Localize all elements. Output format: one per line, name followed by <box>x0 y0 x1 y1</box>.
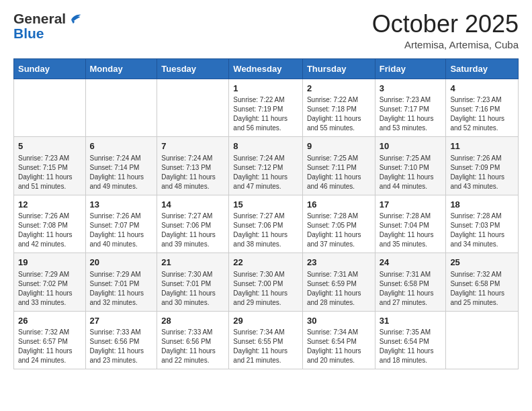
day-number: 15 <box>233 199 298 211</box>
day-info: Sunrise: 7:34 AM Sunset: 6:54 PM Dayligh… <box>307 328 371 365</box>
day-info: Sunrise: 7:34 AM Sunset: 6:55 PM Dayligh… <box>233 328 298 365</box>
calendar-cell-1-4: 1Sunrise: 7:22 AM Sunset: 7:19 PM Daylig… <box>229 79 303 137</box>
day-info: Sunrise: 7:26 AM Sunset: 7:08 PM Dayligh… <box>18 212 81 249</box>
day-info: Sunrise: 7:27 AM Sunset: 7:06 PM Dayligh… <box>233 212 298 249</box>
logo: General Blue <box>13 11 82 42</box>
day-info: Sunrise: 7:33 AM Sunset: 6:56 PM Dayligh… <box>90 328 153 365</box>
day-info: Sunrise: 7:30 AM Sunset: 7:01 PM Dayligh… <box>161 270 224 308</box>
calendar-week-3: 12Sunrise: 7:26 AM Sunset: 7:08 PM Dayli… <box>14 195 519 253</box>
location: Artemisa, Artemisa, Cuba <box>372 39 519 50</box>
day-info: Sunrise: 7:31 AM Sunset: 6:58 PM Dayligh… <box>380 270 442 308</box>
calendar-cell-3-2: 13Sunrise: 7:26 AM Sunset: 7:07 PM Dayli… <box>85 195 157 253</box>
calendar-week-4: 19Sunrise: 7:29 AM Sunset: 7:02 PM Dayli… <box>14 253 519 312</box>
weekday-header-tuesday: Tuesday <box>157 58 229 79</box>
calendar-cell-3-3: 14Sunrise: 7:27 AM Sunset: 7:06 PM Dayli… <box>157 195 229 253</box>
day-info: Sunrise: 7:27 AM Sunset: 7:06 PM Dayligh… <box>161 212 224 249</box>
calendar-cell-1-7: 4Sunrise: 7:23 AM Sunset: 7:16 PM Daylig… <box>446 79 519 137</box>
calendar-cell-1-5: 2Sunrise: 7:22 AM Sunset: 7:18 PM Daylig… <box>302 79 375 137</box>
day-number: 30 <box>307 315 371 327</box>
calendar-week-2: 5Sunrise: 7:23 AM Sunset: 7:15 PM Daylig… <box>14 137 519 195</box>
day-number: 6 <box>90 140 153 152</box>
calendar-cell-3-4: 15Sunrise: 7:27 AM Sunset: 7:06 PM Dayli… <box>229 195 303 253</box>
calendar-cell-5-7 <box>446 311 519 369</box>
day-number: 21 <box>161 257 224 269</box>
weekday-header-wednesday: Wednesday <box>229 58 303 79</box>
day-number: 27 <box>90 315 153 327</box>
calendar-header-row: SundayMondayTuesdayWednesdayThursdayFrid… <box>14 58 519 79</box>
day-number: 10 <box>380 140 442 152</box>
calendar-cell-5-6: 31Sunrise: 7:35 AM Sunset: 6:54 PM Dayli… <box>375 311 446 369</box>
day-info: Sunrise: 7:26 AM Sunset: 7:09 PM Dayligh… <box>450 154 514 191</box>
calendar-cell-1-2 <box>85 79 157 137</box>
calendar-cell-5-5: 30Sunrise: 7:34 AM Sunset: 6:54 PM Dayli… <box>302 311 375 369</box>
calendar-week-1: 1Sunrise: 7:22 AM Sunset: 7:19 PM Daylig… <box>14 79 519 137</box>
day-info: Sunrise: 7:24 AM Sunset: 7:13 PM Dayligh… <box>161 154 224 191</box>
day-number: 12 <box>18 199 81 211</box>
day-number: 11 <box>450 140 514 152</box>
calendar-cell-4-3: 21Sunrise: 7:30 AM Sunset: 7:01 PM Dayli… <box>157 253 229 312</box>
calendar-cell-2-4: 8Sunrise: 7:24 AM Sunset: 7:12 PM Daylig… <box>229 137 303 195</box>
calendar-cell-1-6: 3Sunrise: 7:23 AM Sunset: 7:17 PM Daylig… <box>375 79 446 137</box>
calendar-cell-2-6: 10Sunrise: 7:25 AM Sunset: 7:10 PM Dayli… <box>375 137 446 195</box>
day-info: Sunrise: 7:25 AM Sunset: 7:10 PM Dayligh… <box>380 154 442 191</box>
calendar-cell-3-5: 16Sunrise: 7:28 AM Sunset: 7:05 PM Dayli… <box>302 195 375 253</box>
day-info: Sunrise: 7:24 AM Sunset: 7:14 PM Dayligh… <box>90 154 153 191</box>
day-number: 31 <box>380 315 442 327</box>
day-number: 14 <box>161 199 224 211</box>
day-number: 22 <box>233 257 298 269</box>
day-number: 24 <box>380 257 442 269</box>
calendar-cell-5-4: 29Sunrise: 7:34 AM Sunset: 6:55 PM Dayli… <box>229 311 303 369</box>
page: General Blue October 2025 Artemisa, Arte… <box>0 0 532 411</box>
day-number: 25 <box>450 257 514 269</box>
calendar-cell-4-1: 19Sunrise: 7:29 AM Sunset: 7:02 PM Dayli… <box>14 253 86 312</box>
calendar-week-5: 26Sunrise: 7:32 AM Sunset: 6:57 PM Dayli… <box>14 311 519 369</box>
logo-general-text: General <box>13 11 66 27</box>
calendar-cell-1-1 <box>14 79 86 137</box>
calendar-cell-2-1: 5Sunrise: 7:23 AM Sunset: 7:15 PM Daylig… <box>14 137 86 195</box>
day-number: 16 <box>307 199 371 211</box>
calendar-cell-3-1: 12Sunrise: 7:26 AM Sunset: 7:08 PM Dayli… <box>14 195 86 253</box>
logo-bird-icon <box>67 11 82 26</box>
calendar-cell-3-6: 17Sunrise: 7:28 AM Sunset: 7:04 PM Dayli… <box>375 195 446 253</box>
calendar-cell-5-1: 26Sunrise: 7:32 AM Sunset: 6:57 PM Dayli… <box>14 311 86 369</box>
weekday-header-friday: Friday <box>375 58 446 79</box>
calendar-cell-4-7: 25Sunrise: 7:32 AM Sunset: 6:58 PM Dayli… <box>446 253 519 312</box>
weekday-header-saturday: Saturday <box>446 58 519 79</box>
day-number: 1 <box>233 83 298 95</box>
day-info: Sunrise: 7:23 AM Sunset: 7:16 PM Dayligh… <box>450 95 514 133</box>
header: General Blue October 2025 Artemisa, Arte… <box>13 11 519 50</box>
day-number: 5 <box>18 140 81 152</box>
day-info: Sunrise: 7:30 AM Sunset: 7:00 PM Dayligh… <box>233 270 298 308</box>
day-info: Sunrise: 7:29 AM Sunset: 7:01 PM Dayligh… <box>90 270 153 308</box>
calendar-cell-3-7: 18Sunrise: 7:28 AM Sunset: 7:03 PM Dayli… <box>446 195 519 253</box>
day-number: 8 <box>233 140 298 152</box>
calendar-cell-1-3 <box>157 79 229 137</box>
calendar-cell-2-7: 11Sunrise: 7:26 AM Sunset: 7:09 PM Dayli… <box>446 137 519 195</box>
day-info: Sunrise: 7:22 AM Sunset: 7:19 PM Dayligh… <box>233 95 298 133</box>
day-info: Sunrise: 7:28 AM Sunset: 7:03 PM Dayligh… <box>450 212 514 249</box>
calendar-cell-2-2: 6Sunrise: 7:24 AM Sunset: 7:14 PM Daylig… <box>85 137 157 195</box>
day-number: 28 <box>161 315 224 327</box>
day-number: 23 <box>307 257 371 269</box>
day-number: 3 <box>380 83 442 95</box>
calendar-cell-4-2: 20Sunrise: 7:29 AM Sunset: 7:01 PM Dayli… <box>85 253 157 312</box>
calendar-cell-4-5: 23Sunrise: 7:31 AM Sunset: 6:59 PM Dayli… <box>302 253 375 312</box>
weekday-header-monday: Monday <box>85 58 157 79</box>
calendar-cell-4-6: 24Sunrise: 7:31 AM Sunset: 6:58 PM Dayli… <box>375 253 446 312</box>
day-number: 13 <box>90 199 153 211</box>
day-info: Sunrise: 7:29 AM Sunset: 7:02 PM Dayligh… <box>18 270 81 308</box>
day-info: Sunrise: 7:32 AM Sunset: 6:57 PM Dayligh… <box>18 328 81 365</box>
day-info: Sunrise: 7:32 AM Sunset: 6:58 PM Dayligh… <box>450 270 514 308</box>
day-info: Sunrise: 7:33 AM Sunset: 6:56 PM Dayligh… <box>161 328 224 365</box>
calendar-cell-5-3: 28Sunrise: 7:33 AM Sunset: 6:56 PM Dayli… <box>157 311 229 369</box>
day-number: 4 <box>450 83 514 95</box>
day-number: 29 <box>233 315 298 327</box>
day-number: 18 <box>450 199 514 211</box>
calendar-cell-5-2: 27Sunrise: 7:33 AM Sunset: 6:56 PM Dayli… <box>85 311 157 369</box>
day-info: Sunrise: 7:23 AM Sunset: 7:17 PM Dayligh… <box>380 95 442 133</box>
calendar-cell-2-3: 7Sunrise: 7:24 AM Sunset: 7:13 PM Daylig… <box>157 137 229 195</box>
weekday-header-sunday: Sunday <box>14 58 86 79</box>
month-title: October 2025 <box>372 11 519 38</box>
day-info: Sunrise: 7:26 AM Sunset: 7:07 PM Dayligh… <box>90 212 153 249</box>
day-number: 9 <box>307 140 371 152</box>
